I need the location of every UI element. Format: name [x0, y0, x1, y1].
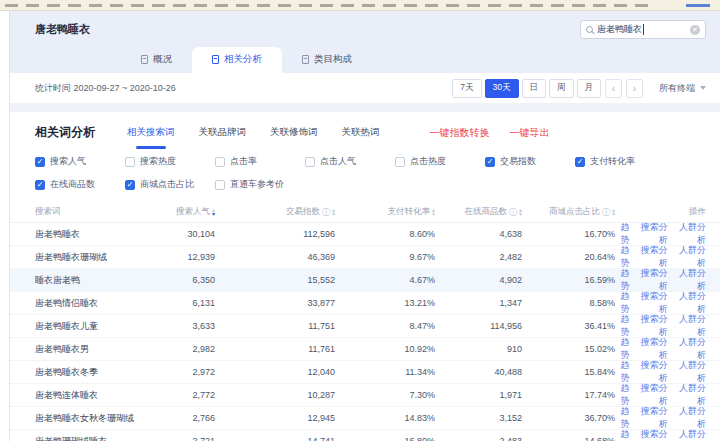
cell-pay-conversion: 16.80% — [335, 436, 435, 441]
check-tick-icon: ✓ — [37, 181, 44, 189]
metric-checkbox[interactable]: ✓ 直通车参考价 — [215, 178, 305, 191]
stats-toolbar: 统计时间 2020-09-27 ~ 2020-10-26 7天30天日周月 ‹ … — [10, 73, 720, 104]
range-button[interactable]: 30天 — [485, 79, 519, 98]
metric-label: 点击率 — [230, 155, 257, 168]
cell-online-items: 2,483 — [435, 436, 522, 441]
checkbox-icon: ✓ — [125, 180, 135, 190]
cell-online-items: 910 — [435, 344, 522, 354]
cell-online-items: 1,347 — [435, 298, 522, 308]
document-icon — [302, 55, 309, 64]
metric-label: 点击热度 — [410, 155, 446, 168]
cell-trade-index: 10,287 — [215, 390, 335, 400]
cell-keyword: 唐老鸭珊瑚绒睡衣 — [35, 435, 155, 441]
cell-search-popularity: 12,939 — [155, 252, 215, 262]
header-tab-label: 相关分析 — [224, 53, 262, 66]
cell-pay-conversion: 8.60% — [335, 229, 435, 239]
cell-pay-conversion: 14.83% — [335, 413, 435, 423]
cell-mall-click-share: 36.70% — [522, 413, 615, 423]
page-header: 唐老鸭睡衣 唐老鸭睡衣 ✕ 概况 相关分析 类目构成 — [10, 11, 720, 73]
checkbox-icon: ✓ — [575, 157, 585, 167]
header-tab[interactable]: 相关分析 — [192, 47, 282, 73]
metric-checkbox[interactable]: ✓ 商城点击占比 — [125, 178, 215, 191]
cell-keyword: 睡衣唐老鸭 — [35, 274, 155, 287]
checkbox-icon: ✓ — [125, 157, 135, 167]
range-controls: 7天30天日周月 ‹ › 所有终端 — [449, 79, 706, 98]
cell-pay-conversion: 7.30% — [335, 390, 435, 400]
cell-trade-index: 112,596 — [215, 229, 335, 239]
next-period-button[interactable]: › — [626, 79, 643, 98]
table-header: 搜索词 搜索人气▴▾ 交易指数ⓘ▴▾ 支付转化率▴▾ 在线商品数ⓘ▴▾ 商城点击… — [10, 202, 720, 223]
cell-keyword: 唐老鸭睡衣儿童 — [35, 320, 155, 333]
column-header-mall-click-share[interactable]: 商城点击占比ⓘ▴▾ — [522, 206, 615, 218]
column-header-trade-index[interactable]: 交易指数ⓘ▴▾ — [215, 206, 335, 218]
cell-trade-index: 46,369 — [215, 252, 335, 262]
quick-action-link[interactable]: 一键导出 — [510, 126, 550, 140]
metric-checkbox[interactable]: ✓ 点击率 — [215, 155, 305, 168]
checkbox-icon: ✓ — [215, 180, 225, 190]
header-tab[interactable]: 概况 — [121, 47, 192, 73]
search-input[interactable]: 唐老鸭睡衣 — [597, 24, 644, 35]
column-header-online-items[interactable]: 在线商品数ⓘ▴▾ — [435, 206, 522, 218]
search-box[interactable]: 唐老鸭睡衣 ✕ — [580, 20, 706, 39]
column-header-actions: 操作 — [615, 206, 706, 218]
cell-online-items: 3,152 — [435, 413, 522, 423]
metric-checkbox[interactable]: ✓ 交易指数 — [485, 155, 575, 168]
header-tab[interactable]: 类目构成 — [282, 47, 372, 73]
metric-checkbox[interactable]: ✓ 点击人气 — [305, 155, 395, 168]
range-button[interactable]: 7天 — [452, 79, 481, 98]
metric-checkbox[interactable]: ✓ 点击热度 — [395, 155, 485, 168]
analysis-tab[interactable]: 相关搜索词 — [127, 126, 175, 139]
range-button[interactable]: 月 — [577, 79, 602, 98]
crowd-analysis-link[interactable]: 人群分析 — [677, 428, 706, 441]
table-row: 唐老鸭睡衣冬季 2,972 12,040 11.34% 40,488 15.84… — [10, 361, 720, 384]
cell-mall-click-share: 15.84% — [522, 367, 615, 377]
range-button[interactable]: 日 — [522, 79, 547, 98]
metric-checkbox[interactable]: ✓ 搜索人气 — [35, 155, 125, 168]
check-tick-icon: ✓ — [577, 158, 584, 166]
search-analysis-link[interactable]: 搜索分析 — [639, 428, 668, 441]
cell-keyword: 唐老鸭情侣睡衣 — [35, 297, 155, 310]
cell-trade-index: 11,761 — [215, 344, 335, 354]
cell-trade-index: 14,741 — [215, 436, 335, 441]
column-header-search-popularity[interactable]: 搜索人气▴▾ — [155, 206, 215, 218]
check-tick-icon: ✓ — [487, 158, 494, 166]
page-title: 唐老鸭睡衣 — [35, 22, 90, 37]
cell-online-items: 4,902 — [435, 275, 522, 285]
table-row: 睡衣唐老鸭 6,350 15,552 4.67% 4,902 16.59% 趋势… — [10, 269, 720, 292]
checkbox-icon: ✓ — [485, 157, 495, 167]
cell-trade-index: 15,552 — [215, 275, 335, 285]
metric-label: 点击人气 — [320, 155, 356, 168]
column-header-pay-conversion[interactable]: 支付转化率▴▾ — [335, 206, 435, 218]
metric-row-2: ✓ 在线商品数 ✓ 商城点击占比 ✓ 直通车参考价 — [35, 178, 720, 191]
analysis-title: 相关词分析 — [35, 124, 95, 141]
table-body: 唐老鸭睡衣 30,104 112,596 8.60% 4,638 16.70% … — [10, 223, 720, 441]
analysis-tab[interactable]: 关联品牌词 — [199, 126, 247, 139]
range-button[interactable]: 周 — [549, 79, 574, 98]
header-tabs: 概况 相关分析 类目构成 — [35, 47, 706, 73]
checkbox-icon: ✓ — [305, 157, 315, 167]
analysis-tab[interactable]: 关联热词 — [342, 126, 380, 139]
prev-period-button[interactable]: ‹ — [605, 79, 622, 98]
trend-link[interactable]: 趋势 — [615, 428, 630, 441]
metric-label: 直通车参考价 — [230, 178, 284, 191]
metric-checkbox[interactable]: ✓ 在线商品数 — [35, 178, 125, 191]
cell-search-popularity: 2,766 — [155, 413, 215, 423]
analysis-tabs: 相关搜索词关联品牌词关联修饰词关联热词 — [127, 126, 404, 139]
table-row: 唐老鸭连体睡衣 2,772 10,287 7.30% 1,971 17.74% … — [10, 384, 720, 407]
metric-checkbox[interactable]: ✓ 搜索热度 — [125, 155, 215, 168]
cell-search-popularity: 6,350 — [155, 275, 215, 285]
cell-online-items: 2,482 — [435, 252, 522, 262]
cell-search-popularity: 3,633 — [155, 321, 215, 331]
cell-keyword: 唐老鸭睡衣 — [35, 228, 155, 241]
terminal-select[interactable]: 所有终端 — [659, 82, 706, 95]
cell-search-popularity: 2,972 — [155, 367, 215, 377]
metric-label: 搜索人气 — [50, 155, 86, 168]
column-header-keyword[interactable]: 搜索词 — [35, 206, 155, 218]
clear-search-icon[interactable]: ✕ — [690, 25, 700, 35]
metric-label: 支付转化率 — [590, 155, 635, 168]
metric-checkbox[interactable]: ✓ 支付转化率 — [575, 155, 665, 168]
analysis-tab[interactable]: 关联修饰词 — [270, 126, 318, 139]
cell-search-popularity: 2,772 — [155, 390, 215, 400]
quick-action-link[interactable]: 一键指数转换 — [430, 126, 490, 140]
cell-mall-click-share: 17.74% — [522, 390, 615, 400]
